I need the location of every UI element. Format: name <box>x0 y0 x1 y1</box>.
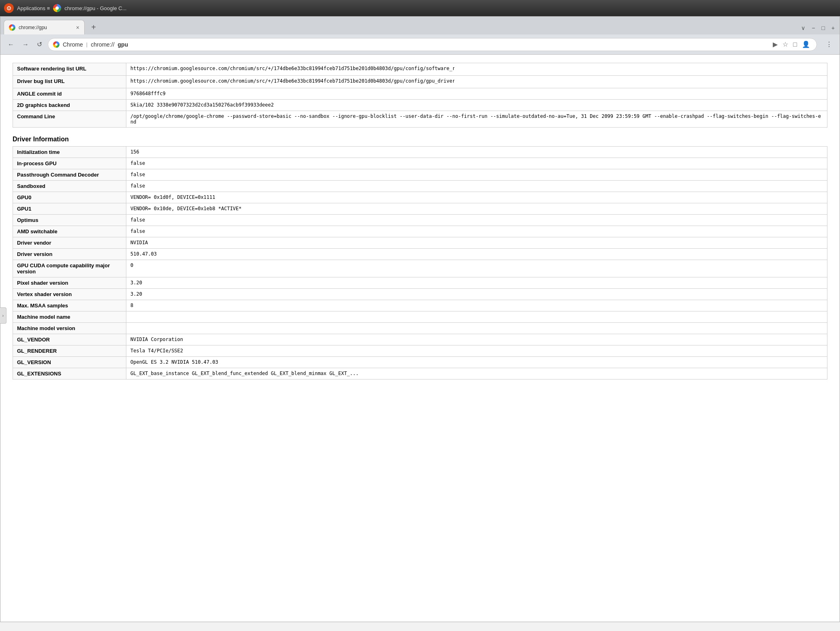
url-site-label: Chrome <box>63 41 83 48</box>
row-value: NVIDIA <box>126 237 827 249</box>
table-row: GL_RENDERER Tesla T4/PCIe/SSE2 <box>13 345 827 357</box>
tab-close-button[interactable]: × <box>76 24 79 31</box>
table-row: GPU1 VENDOR= 0x10de, DEVICE=0x1eb8 *ACTI… <box>13 203 827 215</box>
table-row: Driver version 510.47.03 <box>13 249 827 260</box>
driver-info-table: Initialization time 156 In-process GPU f… <box>13 146 827 379</box>
row-value: 156 <box>126 147 827 158</box>
row-value <box>126 311 827 323</box>
maximize-button[interactable]: □ <box>820 23 826 33</box>
row-label: Optimus <box>13 215 126 226</box>
row-label: Max. MSAA samples <box>13 300 126 311</box>
bookmark-button[interactable]: ☆ <box>781 40 790 49</box>
row-value: false <box>126 158 827 169</box>
window-title: chrome://gpu - Google C... <box>64 5 126 11</box>
profile-button[interactable]: 👤 <box>800 40 812 49</box>
row-value: 9768648fffc9 <box>126 88 827 100</box>
ubuntu-icon[interactable]: ⊙ <box>4 3 14 13</box>
row-value: false <box>126 169 827 181</box>
row-label: GPU1 <box>13 203 126 215</box>
tab-bar: chrome://gpu × + ∨ − □ + <box>0 17 840 34</box>
reload-button[interactable]: ↺ <box>34 39 45 50</box>
url-separator: | <box>86 41 87 47</box>
forward-button[interactable]: → <box>20 39 31 50</box>
row-label: GL_EXTENSIONS <box>13 368 126 379</box>
table-row: AMD switchable false <box>13 226 827 237</box>
table-row: 2D graphics backend Skia/102 3338e907073… <box>13 100 827 111</box>
row-value: NVIDIA Corporation <box>126 334 827 345</box>
tab-dropdown-button[interactable]: ∨ <box>799 23 807 33</box>
row-value: false <box>126 226 827 237</box>
address-bar: ← → ↺ Chrome | chrome://gpu ▶ ☆ □ 👤 ⋮ <box>0 34 840 55</box>
row-label: GL_VENDOR <box>13 334 126 345</box>
tab-favicon <box>9 24 15 31</box>
row-value: 0 <box>126 260 827 277</box>
row-label: In-process GPU <box>13 158 126 169</box>
address-right-actions: ⋮ <box>823 39 835 50</box>
row-label: ANGLE commit id <box>13 88 126 100</box>
row-label: GL_RENDERER <box>13 345 126 357</box>
extensions-button[interactable]: ⋮ <box>823 39 835 50</box>
page-content: Software rendering list URL https://chro… <box>0 55 840 622</box>
row-value: 3.20 <box>126 277 827 289</box>
table-row: Sandboxed false <box>13 181 827 192</box>
url-bold: gpu <box>118 41 128 48</box>
minimize-button[interactable]: − <box>810 23 817 33</box>
url-bar[interactable]: Chrome | chrome://gpu ▶ ☆ □ 👤 <box>48 38 817 51</box>
table-row: GPU0 VENDOR= 0x1d0f, DEVICE=0x1111 <box>13 192 827 203</box>
row-label: Software rendering list URL <box>13 63 126 76</box>
title-bar: ⊙ Applications ≡ chrome://gpu - Google C… <box>0 0 840 16</box>
row-value: false <box>126 215 827 226</box>
driver-info-header: Driver Information <box>13 136 827 143</box>
browser-frame: chrome://gpu × + ∨ − □ + ← → ↺ Chrome | … <box>0 16 840 622</box>
row-value: false <box>126 181 827 192</box>
sidebar-toggle[interactable]: › <box>0 307 6 324</box>
row-label: GL_VERSION <box>13 357 126 368</box>
tab-bar-right: ∨ − □ + <box>799 23 836 34</box>
row-label: GPU0 <box>13 192 126 203</box>
navigate-button[interactable]: ▶ <box>771 40 779 49</box>
new-tab-button[interactable]: + <box>86 20 101 34</box>
row-value: 3.20 <box>126 289 827 300</box>
table-row: GL_VERSION OpenGL ES 3.2 NVIDIA 510.47.0… <box>13 357 827 368</box>
tab-label: chrome://gpu <box>19 25 47 30</box>
table-row: GL_EXTENSIONS GL_EXT_base_instance GL_EX… <box>13 368 827 379</box>
row-label: Driver bug list URL <box>13 76 126 88</box>
row-value: GL_EXT_base_instance GL_EXT_blend_func_e… <box>126 368 827 379</box>
row-value: VENDOR= 0x10de, DEVICE=0x1eb8 *ACTIVE* <box>126 203 827 215</box>
url-prefix: chrome:// <box>91 41 114 48</box>
window-close-button[interactable]: + <box>830 23 836 33</box>
table-row: Vertex shader version 3.20 <box>13 289 827 300</box>
row-value: https://chromium.googlesource.com/chromi… <box>126 76 827 88</box>
table-row: Max. MSAA samples 8 <box>13 300 827 311</box>
row-value: Skia/102 3338e90707323d2cd3a150276acb9f3… <box>126 100 827 111</box>
row-label: Driver vendor <box>13 237 126 249</box>
row-label: 2D graphics backend <box>13 100 126 111</box>
row-label: Passthrough Command Decoder <box>13 169 126 181</box>
row-value <box>126 323 827 334</box>
back-button[interactable]: ← <box>5 39 17 50</box>
row-label: Machine model version <box>13 323 126 334</box>
site-security-icon <box>53 41 60 48</box>
table-row: Software rendering list URL https://chro… <box>13 63 827 76</box>
table-row: Optimus false <box>13 215 827 226</box>
table-row: Passthrough Command Decoder false <box>13 169 827 181</box>
table-row: Initialization time 156 <box>13 147 827 158</box>
table-row: Machine model name <box>13 311 827 323</box>
row-label: Driver version <box>13 249 126 260</box>
active-tab[interactable]: chrome://gpu × <box>4 20 85 34</box>
url-bar-actions: ▶ ☆ □ 👤 <box>771 40 812 49</box>
applications-menu[interactable]: Applications ≡ <box>17 5 50 11</box>
row-label: Initialization time <box>13 147 126 158</box>
row-label: Sandboxed <box>13 181 126 192</box>
row-value: /opt/google/chrome/google-chrome --passw… <box>126 111 827 128</box>
row-value: OpenGL ES 3.2 NVIDIA 510.47.03 <box>126 357 827 368</box>
table-row: In-process GPU false <box>13 158 827 169</box>
row-value: 510.47.03 <box>126 249 827 260</box>
table-row: Machine model version <box>13 323 827 334</box>
row-label: GPU CUDA compute capability major versio… <box>13 260 126 277</box>
row-label: Pixel shader version <box>13 277 126 289</box>
table-row: ANGLE commit id 9768648fffc9 <box>13 88 827 100</box>
table-row: Command Line /opt/google/chrome/google-c… <box>13 111 827 128</box>
version-info-table: Software rendering list URL https://chro… <box>13 63 827 128</box>
tab-search-button[interactable]: □ <box>791 40 799 49</box>
